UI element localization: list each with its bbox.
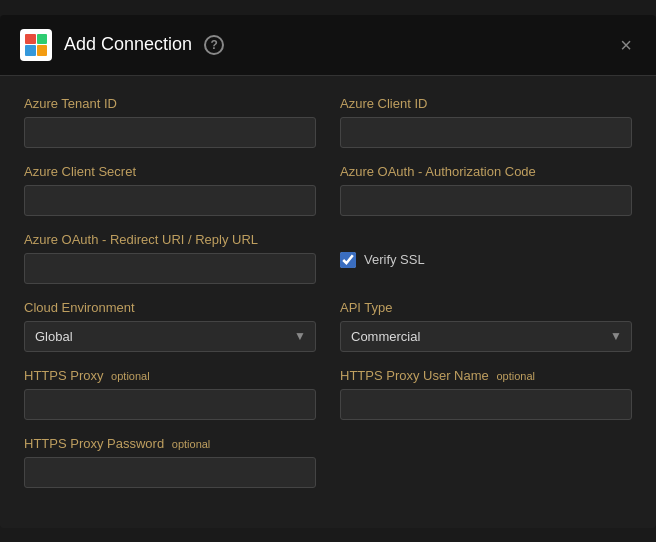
modal-header: Add Connection ? × [0,15,656,76]
https-proxy-password-optional: optional [172,438,211,450]
https-proxy-password-label: HTTPS Proxy Password optional [24,436,316,451]
verify-ssl-container: Verify SSL [340,252,632,268]
api-type-select-wrapper: Commercial GCC GCC High DoD ▼ [340,321,632,352]
azure-tenant-id-group: Azure Tenant ID [24,96,316,148]
add-connection-modal: Add Connection ? × Azure Tenant ID Azure… [0,15,656,528]
https-proxy-user-group: HTTPS Proxy User Name optional [340,368,632,420]
https-proxy-user-input[interactable] [340,389,632,420]
modal-body: Azure Tenant ID Azure Client ID Azure Cl… [0,76,656,528]
azure-client-secret-input[interactable] [24,185,316,216]
azure-oauth-auth-code-input[interactable] [340,185,632,216]
https-proxy-input[interactable] [24,389,316,420]
logo-quadrant-red [25,34,36,45]
azure-client-secret-label: Azure Client Secret [24,164,316,179]
app-logo [20,29,52,61]
https-proxy-user-label: HTTPS Proxy User Name optional [340,368,632,383]
https-proxy-password-group: HTTPS Proxy Password optional [24,436,316,488]
verify-ssl-group: Verify SSL [340,232,632,284]
cloud-environment-select[interactable]: Global US Government China Germany [24,321,316,352]
logo-quadrant-yellow [37,45,48,56]
help-icon[interactable]: ? [204,35,224,55]
api-type-label: API Type [340,300,632,315]
https-proxy-user-optional: optional [496,370,535,382]
azure-client-id-group: Azure Client ID [340,96,632,148]
header-left: Add Connection ? [20,29,224,61]
api-type-select[interactable]: Commercial GCC GCC High DoD [340,321,632,352]
logo-quadrant-blue [25,45,36,56]
modal-title: Add Connection [64,34,192,55]
close-button[interactable]: × [616,35,636,55]
azure-client-id-input[interactable] [340,117,632,148]
form-grid: Azure Tenant ID Azure Client ID Azure Cl… [24,96,632,504]
https-proxy-label: HTTPS Proxy optional [24,368,316,383]
azure-oauth-redirect-group: Azure OAuth - Redirect URI / Reply URL [24,232,316,284]
logo-icon [22,31,50,59]
https-proxy-password-input[interactable] [24,457,316,488]
azure-oauth-redirect-label: Azure OAuth - Redirect URI / Reply URL [24,232,316,247]
cloud-environment-select-wrapper: Global US Government China Germany ▼ [24,321,316,352]
https-proxy-optional: optional [111,370,150,382]
logo-quadrant-green [37,34,48,45]
azure-oauth-auth-code-label: Azure OAuth - Authorization Code [340,164,632,179]
azure-oauth-redirect-input[interactable] [24,253,316,284]
verify-ssl-checkbox[interactable] [340,252,356,268]
api-type-group: API Type Commercial GCC GCC High DoD ▼ [340,300,632,352]
azure-client-id-label: Azure Client ID [340,96,632,111]
verify-ssl-label: Verify SSL [364,252,425,267]
https-proxy-group: HTTPS Proxy optional [24,368,316,420]
azure-client-secret-group: Azure Client Secret [24,164,316,216]
azure-tenant-id-input[interactable] [24,117,316,148]
cloud-environment-label: Cloud Environment [24,300,316,315]
azure-tenant-id-label: Azure Tenant ID [24,96,316,111]
azure-oauth-auth-code-group: Azure OAuth - Authorization Code [340,164,632,216]
cloud-environment-group: Cloud Environment Global US Government C… [24,300,316,352]
